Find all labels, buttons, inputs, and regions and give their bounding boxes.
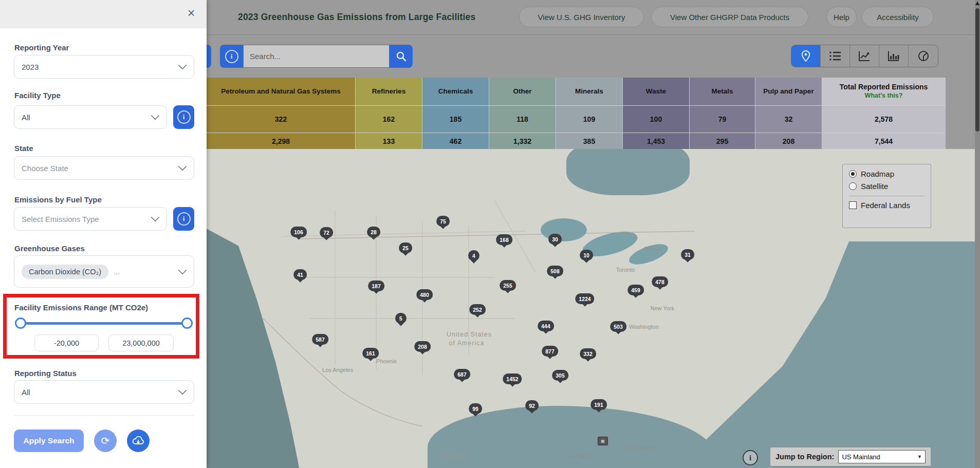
- facility-cluster-marker[interactable]: 187: [368, 280, 384, 293]
- table-cell: 162: [356, 105, 422, 133]
- facility-cluster-marker[interactable]: 168: [496, 234, 512, 247]
- sidebar-header: [0, 0, 207, 28]
- facility-type-value: All: [22, 113, 30, 122]
- reporting-status-select[interactable]: All: [14, 380, 194, 404]
- facility-cluster-marker[interactable]: 25: [399, 242, 412, 255]
- fuel-type-select[interactable]: Select Emissions Type: [14, 207, 167, 231]
- facility-cluster-marker[interactable]: 161: [362, 348, 379, 360]
- header-button[interactable]: View Other GHGRP Data Products: [651, 7, 808, 27]
- facility-cluster-marker[interactable]: 75: [436, 216, 450, 228]
- region-select[interactable]: US Mainland ▼: [838, 450, 926, 463]
- bar-chart-view-button[interactable]: [879, 45, 909, 67]
- search-input[interactable]: Search...: [243, 45, 390, 68]
- facility-cluster-marker[interactable]: 252: [469, 304, 486, 316]
- facility-cluster-marker[interactable]: 503: [610, 321, 626, 333]
- greenhouse-gases-select[interactable]: Carbon Dioxide (CO₂) ...: [14, 255, 194, 288]
- annotation-highlight-rectangle: [3, 294, 199, 359]
- reporting-status-label: Reporting Status: [14, 369, 77, 378]
- column-header: Chemicals: [422, 78, 489, 105]
- info-icon: i: [225, 50, 238, 63]
- federal-lands-label: Federal Lands: [861, 201, 910, 210]
- map-place-label: Los Angeles: [322, 367, 353, 373]
- table-cell: 322: [207, 105, 356, 133]
- facility-cluster-marker[interactable]: 4: [468, 250, 479, 263]
- map-info-button[interactable]: i: [743, 450, 758, 465]
- search-info-button[interactable]: i: [220, 45, 243, 68]
- column-header: Petroleum and Natural Gas Systems: [207, 78, 356, 105]
- state-label: State: [14, 144, 33, 153]
- facility-cluster-marker[interactable]: 508: [547, 266, 563, 278]
- facility-type-select[interactable]: All: [14, 105, 167, 129]
- reporting-year-value: 2023: [22, 63, 39, 71]
- filters-button-partially-hidden[interactable]: [207, 45, 211, 68]
- facility-cluster-marker[interactable]: 305: [552, 370, 568, 382]
- table-cell: 7,544: [822, 133, 946, 149]
- chevron-down-icon: [178, 162, 187, 171]
- facility-cluster-marker[interactable]: 106: [290, 227, 307, 239]
- facility-type-info-button[interactable]: i: [173, 105, 194, 129]
- facility-cluster-marker[interactable]: 687: [454, 369, 470, 381]
- chevron-down-icon: [178, 386, 187, 395]
- header-button[interactable]: Help: [826, 7, 857, 27]
- facility-cluster-marker[interactable]: 444: [538, 321, 554, 333]
- table-column: Petroleum and Natural Gas Systems3222,29…: [207, 78, 356, 149]
- pie-chart-view-button[interactable]: [909, 45, 938, 67]
- table-column: Metals79295: [690, 78, 755, 149]
- facility-cluster-marker[interactable]: 459: [627, 285, 644, 297]
- facility-cluster-marker[interactable]: 877: [542, 346, 558, 358]
- facility-cluster-marker[interactable]: 587: [312, 334, 328, 346]
- fuel-type-info-button[interactable]: i: [173, 207, 194, 231]
- header-button[interactable]: Accessibility: [862, 7, 934, 27]
- fuel-type-placeholder: Select Emissions Type: [22, 215, 99, 223]
- satellite-radio[interactable]: Satellite: [849, 182, 924, 191]
- map-place-label: La Habana: [567, 453, 595, 459]
- close-icon[interactable]: ×: [184, 6, 198, 20]
- facility-cluster-marker[interactable]: 10: [580, 250, 593, 262]
- table-column: Chemicals185462: [422, 78, 489, 149]
- facility-cluster-marker[interactable]: 30: [548, 234, 562, 246]
- gas-pill[interactable]: Carbon Dioxide (CO₂): [22, 265, 108, 279]
- state-select[interactable]: Choose State: [14, 156, 194, 180]
- facility-cluster-marker[interactable]: 5: [395, 313, 406, 325]
- jump-to-region-label: Jump to Region:: [775, 453, 834, 461]
- federal-lands-checkbox[interactable]: Federal Lands: [849, 201, 924, 210]
- apply-search-button[interactable]: Apply Search: [14, 429, 84, 452]
- havana-building-icon: ▦: [598, 437, 608, 445]
- facility-cluster-marker[interactable]: 41: [293, 269, 307, 282]
- region-select-value: US Mainland: [842, 453, 880, 461]
- facility-cluster-marker[interactable]: 92: [525, 400, 539, 413]
- reporting-year-select[interactable]: 2023: [14, 55, 194, 79]
- vertical-scrollbar[interactable]: [975, 0, 980, 468]
- facility-cluster-marker[interactable]: 480: [416, 289, 433, 302]
- facility-cluster-marker[interactable]: 28: [367, 227, 380, 239]
- facility-cluster-marker[interactable]: 208: [414, 341, 431, 353]
- scroll-up-icon[interactable]: [975, 2, 979, 5]
- map-type-panel: Roadmap Satellite Federal Lands: [842, 164, 931, 228]
- reset-button[interactable]: ⟳: [94, 429, 117, 452]
- facility-cluster-marker[interactable]: 99: [469, 403, 482, 416]
- line-chart-icon: [858, 50, 871, 62]
- table-cell: 295: [690, 133, 755, 149]
- table-cell: 100: [623, 105, 690, 133]
- column-header: Other: [489, 78, 556, 105]
- facility-cluster-marker[interactable]: 1452: [503, 373, 522, 386]
- facility-cluster-marker[interactable]: 332: [580, 348, 596, 361]
- facility-cluster-marker[interactable]: 72: [320, 227, 333, 239]
- facility-cluster-marker[interactable]: 478: [652, 276, 668, 289]
- scrollbar-thumb[interactable]: [975, 8, 979, 132]
- download-button[interactable]: [127, 429, 150, 452]
- table-cell: 185: [422, 105, 489, 133]
- facility-cluster-marker[interactable]: 191: [590, 399, 607, 411]
- trend-view-button[interactable]: [850, 45, 879, 67]
- roadmap-radio[interactable]: Roadmap: [849, 170, 924, 178]
- header-button[interactable]: View U.S. GHG Inventory: [519, 7, 644, 27]
- search-button[interactable]: [390, 45, 413, 68]
- list-view-button[interactable]: [821, 45, 850, 67]
- facility-cluster-marker[interactable]: 255: [500, 280, 516, 292]
- whats-this-link[interactable]: What's this?: [865, 92, 903, 100]
- table-column: Other1181,332: [489, 78, 556, 149]
- map-view-button[interactable]: [791, 45, 821, 67]
- facility-cluster-marker[interactable]: 1224: [575, 293, 594, 306]
- facility-cluster-marker[interactable]: 31: [681, 249, 694, 261]
- greenhouse-gases-label: Greenhouse Gases: [14, 244, 85, 253]
